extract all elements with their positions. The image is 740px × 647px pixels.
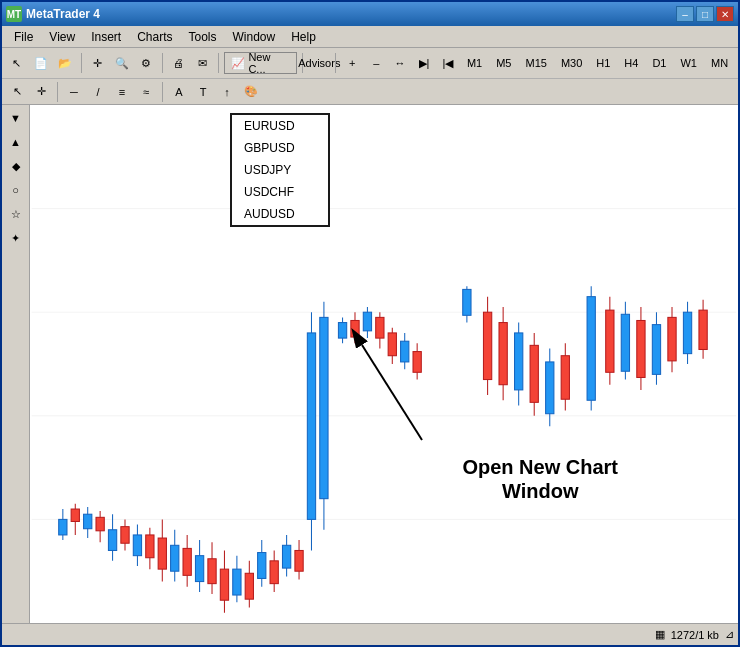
status-scroll-icon: ⊿ (725, 628, 734, 641)
tf-m5[interactable]: M5 (490, 55, 517, 71)
tf-mn[interactable]: MN (705, 55, 734, 71)
dropdown-item-usdchf[interactable]: USDCHF (232, 181, 328, 203)
sep-d1 (57, 82, 58, 102)
svg-rect-16 (121, 527, 129, 544)
separator-2 (162, 53, 163, 73)
arrow-tool-btn[interactable]: ↖ (6, 52, 28, 74)
dropdown-item-usdjpy[interactable]: USDJPY (232, 159, 328, 181)
svg-rect-54 (363, 312, 371, 331)
svg-rect-60 (401, 341, 409, 362)
hline-btn[interactable]: ─ (63, 81, 85, 103)
dropdown-item-gbpusd[interactable]: GBPUSD (232, 137, 328, 159)
crosshair-btn[interactable]: ✛ (87, 52, 109, 74)
scale-btn[interactable]: ↔ (389, 52, 411, 74)
status-bar: ▦ 1272/1 kb ⊿ (2, 623, 738, 645)
left-toolbar: ▼ ▲ ◆ ○ ☆ ✦ (2, 105, 30, 623)
svg-rect-42 (282, 545, 290, 568)
menu-help[interactable]: Help (283, 28, 324, 46)
menu-charts[interactable]: Charts (129, 28, 180, 46)
svg-rect-14 (108, 530, 116, 551)
timeframe-area: M1 M5 M15 M30 H1 H4 D1 W1 MN (461, 55, 734, 71)
arrow-draw-btn[interactable]: ↑ (216, 81, 238, 103)
svg-rect-20 (146, 535, 154, 558)
menu-insert[interactable]: Insert (83, 28, 129, 46)
trendline-btn[interactable]: / (87, 81, 109, 103)
svg-rect-70 (515, 333, 523, 390)
dropdown-item-eurusd[interactable]: EURUSD (232, 115, 328, 137)
menu-tools[interactable]: Tools (181, 28, 225, 46)
drawing-toolbar: ↖ ✛ ─ / ≡ ≈ A T ↑ 🎨 (2, 78, 738, 104)
menu-window[interactable]: Window (225, 28, 284, 46)
tf-m15[interactable]: M15 (519, 55, 552, 71)
app-icon-text: MT (7, 9, 21, 20)
svg-rect-88 (668, 317, 676, 361)
title-bar: MT MetaTrader 4 – □ ✕ (2, 2, 738, 26)
channel-btn[interactable]: ≡ (111, 81, 133, 103)
svg-rect-28 (195, 556, 203, 582)
scroll2-btn[interactable]: |◀ (437, 52, 459, 74)
advisors-label: Advisors (298, 57, 340, 69)
svg-rect-8 (71, 509, 79, 521)
lt-btn-2[interactable]: ▲ (5, 131, 27, 153)
svg-rect-64 (463, 289, 471, 315)
symbol-dropdown[interactable]: EURUSD GBPUSD USDJPY USDCHF AUDUSD (230, 113, 330, 227)
svg-rect-34 (233, 569, 241, 595)
svg-rect-26 (183, 548, 191, 575)
svg-rect-18 (133, 535, 141, 556)
props-btn[interactable]: ⚙ (135, 52, 157, 74)
zoom-out-btn[interactable]: – (365, 52, 387, 74)
window-controls: – □ ✕ (676, 6, 734, 22)
email-btn[interactable]: ✉ (191, 52, 213, 74)
new-chart-icon: 📈 (231, 57, 245, 70)
svg-rect-6 (59, 519, 67, 535)
svg-rect-48 (320, 317, 328, 498)
zoom-in-btn[interactable]: + (341, 52, 363, 74)
svg-rect-44 (295, 550, 303, 571)
advisors-btn[interactable]: Advisors (308, 52, 330, 74)
chart-area: EURUSD GBPUSD USDJPY USDCHF AUDUSD Open … (30, 105, 738, 623)
menu-file[interactable]: File (6, 28, 41, 46)
svg-rect-40 (270, 561, 278, 584)
lt-btn-6[interactable]: ✦ (5, 227, 27, 249)
svg-rect-92 (699, 310, 707, 349)
text-btn[interactable]: A (168, 81, 190, 103)
print-btn[interactable]: 🖨 (168, 52, 190, 74)
new-chart-button[interactable]: 📈 New C... (224, 52, 297, 74)
open-btn[interactable]: 📂 (54, 52, 76, 74)
lt-btn-1[interactable]: ▼ (5, 107, 27, 129)
tf-h4[interactable]: H4 (618, 55, 644, 71)
svg-rect-52 (351, 320, 359, 337)
svg-rect-58 (388, 333, 396, 356)
separator-3 (218, 53, 219, 73)
dropdown-item-audusd[interactable]: AUDUSD (232, 203, 328, 225)
tf-d1[interactable]: D1 (646, 55, 672, 71)
menu-view[interactable]: View (41, 28, 83, 46)
main-window: MT MetaTrader 4 – □ ✕ File View Insert C… (0, 0, 740, 647)
scroll-btn[interactable]: ▶| (413, 52, 435, 74)
color-btn[interactable]: 🎨 (240, 81, 262, 103)
fibo-btn[interactable]: ≈ (135, 81, 157, 103)
new-btn[interactable]: 📄 (30, 52, 52, 74)
title-bar-left: MT MetaTrader 4 (6, 6, 100, 22)
minimize-button[interactable]: – (676, 6, 694, 22)
lt-btn-5[interactable]: ☆ (5, 203, 27, 225)
close-button[interactable]: ✕ (716, 6, 734, 22)
tf-w1[interactable]: W1 (674, 55, 703, 71)
zoom-btn[interactable]: 🔍 (111, 52, 133, 74)
lt-btn-3[interactable]: ◆ (5, 155, 27, 177)
crosshair2-btn[interactable]: ✛ (30, 81, 52, 103)
lt-btn-4[interactable]: ○ (5, 179, 27, 201)
tf-m1[interactable]: M1 (461, 55, 488, 71)
main-content: ▼ ▲ ◆ ○ ☆ ✦ (2, 105, 738, 623)
svg-rect-32 (220, 569, 228, 600)
maximize-button[interactable]: □ (696, 6, 714, 22)
status-info-icon: ▦ (655, 628, 665, 641)
tf-m30[interactable]: M30 (555, 55, 588, 71)
main-toolbar: ↖ 📄 📂 ✛ 🔍 ⚙ 🖨 ✉ 📈 New C... Advisors + – … (2, 48, 738, 78)
label-btn[interactable]: T (192, 81, 214, 103)
svg-rect-68 (499, 323, 507, 385)
cursor-btn[interactable]: ↖ (6, 81, 28, 103)
tf-h1[interactable]: H1 (590, 55, 616, 71)
svg-rect-80 (606, 310, 614, 372)
svg-rect-86 (652, 325, 660, 375)
